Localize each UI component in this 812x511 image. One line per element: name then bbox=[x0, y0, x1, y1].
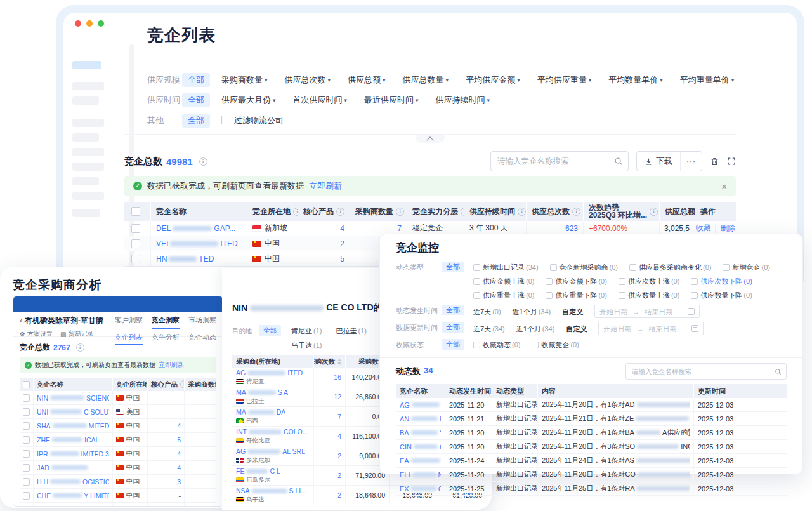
time-option[interactable]: 近7天(34) bbox=[473, 323, 505, 335]
table-row[interactable]: EXCO...2025-11-25新增出口记录2025年11月25日，有1条对R… bbox=[396, 482, 787, 496]
type-option[interactable]: 供应次数下降(0) bbox=[691, 275, 752, 287]
purchase-times[interactable]: 2 bbox=[337, 472, 341, 479]
core-products-count[interactable]: 4 bbox=[177, 464, 181, 472]
checkbox[interactable] bbox=[23, 492, 30, 500]
filter-chip-all[interactable]: 全部 bbox=[442, 305, 464, 315]
checkbox[interactable] bbox=[619, 292, 625, 299]
checkbox[interactable] bbox=[23, 450, 30, 458]
checkbox[interactable] bbox=[550, 264, 557, 271]
filter-dropdown[interactable]: 平均供应重量▾ bbox=[537, 74, 592, 86]
checkbox[interactable] bbox=[546, 292, 553, 299]
time-option[interactable]: 近1个月(34) bbox=[513, 306, 551, 317]
delete-action[interactable]: 删除 bbox=[721, 223, 736, 234]
download-button[interactable]: 下载 bbox=[637, 152, 680, 171]
refresh-now-link[interactable]: 立即刷新 bbox=[309, 180, 342, 192]
checkbox[interactable] bbox=[131, 255, 140, 263]
checkbox[interactable] bbox=[23, 506, 30, 507]
refresh-now-link[interactable]: 立即刷新 bbox=[159, 361, 184, 369]
core-products-count[interactable]: 4 bbox=[177, 422, 181, 430]
close-icon[interactable]: × bbox=[721, 181, 727, 192]
checkbox[interactable] bbox=[619, 278, 625, 285]
column-header[interactable]: 采购商数量 bbox=[185, 378, 216, 391]
filter-chip-all[interactable]: 全部 bbox=[442, 322, 464, 333]
destination-option[interactable]: 肯尼亚(1) bbox=[291, 325, 322, 336]
filter-dropdown[interactable]: 供应总额▾ bbox=[348, 74, 386, 86]
table-row[interactable]: CINOGIS...2025-11-20新增出口记录2025年11月20日，有3… bbox=[396, 440, 787, 454]
table-row[interactable]: EAO2025-11-24新增出口记录2025年11月24日，有1条对ASATI… bbox=[396, 454, 787, 468]
checkbox[interactable] bbox=[473, 342, 480, 348]
filter-dropdown[interactable]: 首次供应时间▾ bbox=[293, 95, 348, 106]
column-header[interactable]: 供应总额i bbox=[660, 202, 695, 221]
custom-range-label[interactable]: 自定义 bbox=[562, 306, 583, 317]
column-header[interactable]: 竞企所在地i bbox=[113, 378, 148, 391]
column-header[interactable]: 供应持续时间i bbox=[464, 202, 527, 221]
destination-option[interactable]: 乌干达(1) bbox=[291, 340, 322, 351]
core-products-count[interactable]: - bbox=[179, 408, 181, 416]
sidebar-item-skeleton[interactable] bbox=[72, 148, 104, 156]
core-products-count[interactable]: - bbox=[179, 506, 181, 507]
breadcrumb[interactable]: ‹有机磷类除草剂-草甘膦 bbox=[20, 315, 103, 326]
column-header[interactable]: 内容 bbox=[538, 384, 694, 398]
sidebar-item-skeleton[interactable] bbox=[72, 119, 104, 127]
close-dot[interactable] bbox=[75, 20, 81, 27]
favorite-option[interactable]: 收藏动态(0) bbox=[473, 339, 520, 350]
checkbox[interactable] bbox=[23, 394, 30, 402]
table-row[interactable]: IPRIMITED 35...中国4 bbox=[20, 447, 216, 461]
table-row[interactable]: ANBIO...2025-11-21新增出口记录2025年11月21日，有1条对… bbox=[396, 412, 787, 426]
core-products-count[interactable]: 3 bbox=[177, 478, 181, 486]
delete-list-button[interactable] bbox=[710, 157, 719, 166]
subtab-竞争分析[interactable]: 竞争分析 bbox=[152, 333, 180, 345]
type-option[interactable]: 供应重量上涨(0) bbox=[473, 289, 534, 301]
search-input[interactable] bbox=[496, 156, 614, 166]
column-header[interactable]: 竞企所在地i bbox=[247, 202, 298, 221]
destination-option[interactable]: 巴拉圭(1) bbox=[336, 325, 366, 336]
menu-gear-icon[interactable]: ⚙方案设置 bbox=[20, 329, 53, 338]
table-row[interactable]: SHAMITED中国4 bbox=[20, 419, 216, 433]
core-products-count[interactable]: 5 bbox=[340, 255, 344, 263]
column-header[interactable]: 动态发生时间 bbox=[445, 384, 492, 398]
table-row[interactable]: ZHEICAL中国5 bbox=[20, 433, 216, 447]
purchase-times[interactable]: 4 bbox=[337, 432, 341, 440]
purchase-times[interactable]: 2 bbox=[337, 491, 341, 499]
purchase-times[interactable]: 2 bbox=[337, 452, 341, 460]
checkbox[interactable] bbox=[473, 278, 480, 285]
checkbox[interactable] bbox=[131, 224, 140, 233]
filter-chip-all[interactable]: 全部 bbox=[442, 339, 464, 350]
table-row[interactable]: NINSCIENCE C...中国- bbox=[20, 391, 216, 405]
checkbox[interactable] bbox=[723, 264, 730, 271]
column-header[interactable]: 采购商数量i bbox=[350, 202, 407, 221]
sidebar-item-skeleton[interactable] bbox=[72, 177, 99, 185]
date-range-input[interactable]: 开始日期→结束日期 bbox=[598, 322, 704, 335]
sidebar-item-skeleton[interactable] bbox=[72, 192, 104, 200]
column-header[interactable]: 采购次数 bbox=[314, 355, 346, 368]
core-products-count[interactable]: 4 bbox=[177, 450, 181, 458]
checkbox[interactable] bbox=[532, 342, 539, 348]
type-option[interactable]: 新增出口记录(34) bbox=[473, 262, 539, 273]
checkbox[interactable] bbox=[23, 478, 30, 486]
filter-chip-all[interactable]: 全部 bbox=[182, 73, 210, 87]
type-option[interactable]: 供应数量上涨(0) bbox=[619, 289, 679, 301]
filter-dropdown[interactable]: 供应总数量▾ bbox=[403, 74, 449, 86]
column-header[interactable]: 竞企名称 bbox=[34, 378, 113, 391]
subtab-竞企动态[interactable]: 竞企动态 bbox=[188, 333, 216, 345]
filter-chip-all[interactable]: 全部 bbox=[259, 325, 281, 336]
table-row[interactable]: UNIC SOLUTI...美国- bbox=[20, 405, 216, 419]
type-option[interactable]: 供应最多采购商变化(0) bbox=[629, 262, 711, 273]
type-option[interactable]: 供应金额上涨(0) bbox=[473, 275, 534, 287]
custom-range-label[interactable]: 自定义 bbox=[566, 323, 587, 335]
sidebar-item-skeleton[interactable] bbox=[72, 163, 104, 171]
filter-dropdown[interactable]: 平均供应金额▾ bbox=[466, 74, 520, 86]
buyer-count[interactable]: 7 bbox=[397, 224, 402, 233]
filter-dropdown[interactable]: 采购商数量▾ bbox=[221, 74, 268, 86]
date-range-input[interactable]: 开始日期→结束日期 bbox=[594, 305, 700, 318]
checkbox[interactable] bbox=[546, 278, 553, 285]
filter-dropdown[interactable]: 平均数量单价▾ bbox=[608, 74, 663, 86]
table-row[interactable]: AGINT...2025-11-20新增出口记录2025年11月20日，有1条对… bbox=[396, 398, 787, 412]
monitor-search-input[interactable] bbox=[631, 367, 775, 376]
column-header[interactable]: 次数趋势2025Q3 环比增...i bbox=[584, 202, 660, 221]
sidebar-item-skeleton[interactable] bbox=[72, 133, 99, 142]
purchase-times[interactable]: 12 bbox=[334, 393, 341, 401]
filter-chip-all[interactable]: 全部 bbox=[182, 114, 210, 128]
core-products-count[interactable]: 5 bbox=[177, 436, 181, 444]
column-header[interactable]: 竞企名称 bbox=[151, 202, 247, 221]
